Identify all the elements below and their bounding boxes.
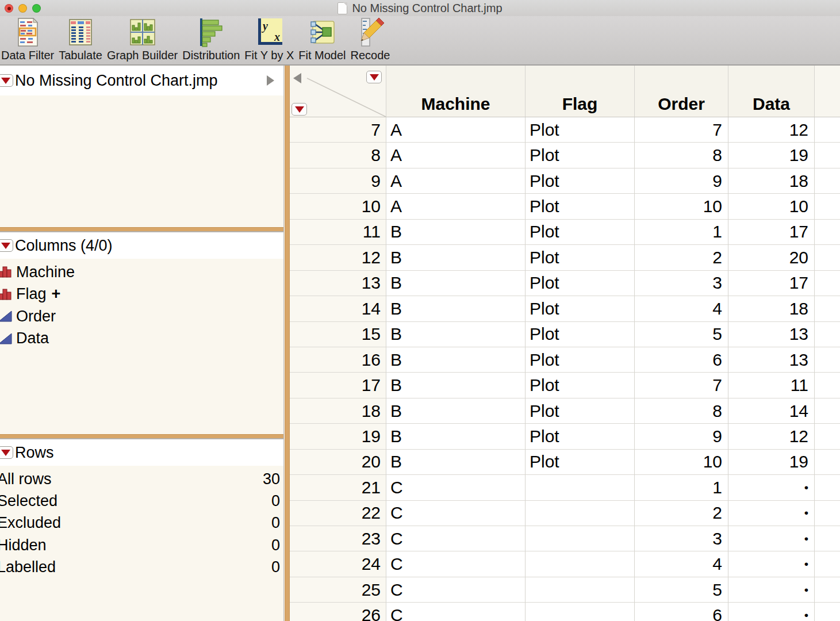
machine-cell[interactable]: B [386, 373, 526, 398]
row-number-cell[interactable]: 17 [290, 373, 386, 398]
order-cell[interactable]: 8 [635, 143, 728, 168]
machine-cell[interactable]: A [386, 194, 526, 219]
order-cell[interactable]: 3 [635, 271, 728, 296]
data-cell[interactable]: • [728, 551, 815, 577]
data-cell[interactable]: • [728, 603, 815, 621]
flag-cell[interactable]: Plot [526, 373, 635, 398]
flag-cell[interactable]: Plot [526, 271, 635, 296]
row-number-cell[interactable]: 10 [290, 194, 386, 219]
machine-cell[interactable]: C [386, 526, 526, 551]
column-item-data[interactable]: Data [0, 328, 283, 350]
order-cell[interactable]: 9 [635, 424, 728, 449]
data-cell[interactable]: 17 [728, 271, 815, 296]
data-filter-button[interactable]: Data Filter [1, 16, 54, 62]
machine-cell[interactable]: B [386, 322, 526, 347]
stat-selected[interactable]: Selected 0 [0, 490, 283, 512]
row-number-cell[interactable]: 8 [290, 143, 386, 168]
flag-cell[interactable]: Plot [526, 168, 635, 194]
order-cell[interactable]: 4 [635, 551, 728, 577]
machine-cell[interactable]: B [386, 424, 526, 449]
flag-cell[interactable] [526, 501, 635, 526]
machine-cell[interactable]: B [386, 296, 526, 321]
data-cell[interactable]: 18 [728, 168, 815, 194]
flag-cell[interactable]: Plot [526, 347, 635, 373]
order-cell[interactable]: 1 [635, 475, 728, 500]
fit-y-by-x-button[interactable]: y x Fit Y by X [244, 16, 294, 62]
order-cell[interactable]: 5 [635, 577, 728, 603]
machine-cell[interactable]: A [386, 143, 526, 168]
machine-cell[interactable]: B [386, 220, 526, 245]
panel-splitter[interactable] [0, 227, 283, 232]
data-cell[interactable]: 12 [728, 117, 815, 143]
flag-cell[interactable] [526, 526, 635, 551]
rows-menu-button[interactable] [291, 103, 307, 116]
row-number-cell[interactable]: 11 [290, 220, 386, 245]
row-number-cell[interactable]: 9 [290, 168, 386, 194]
flag-cell[interactable]: Plot [526, 245, 635, 270]
row-number-cell[interactable]: 26 [290, 603, 386, 621]
data-cell[interactable]: 18 [728, 296, 815, 321]
machine-cell[interactable]: A [386, 117, 526, 143]
order-cell[interactable]: 10 [635, 450, 728, 475]
row-number-cell[interactable]: 24 [290, 551, 386, 577]
row-number-cell[interactable]: 19 [290, 424, 386, 449]
flag-cell[interactable]: Plot [526, 117, 635, 143]
stat-hidden[interactable]: Hidden 0 [0, 534, 283, 556]
machine-cell[interactable]: C [386, 577, 526, 603]
stat-all-rows[interactable]: All rows 30 [0, 468, 283, 490]
machine-cell[interactable]: B [386, 398, 526, 424]
order-cell[interactable]: 7 [635, 373, 728, 398]
order-cell[interactable]: 3 [635, 526, 728, 551]
order-cell[interactable]: 9 [635, 168, 728, 194]
order-cell[interactable]: 8 [635, 398, 728, 424]
flag-cell[interactable] [526, 577, 635, 603]
machine-cell[interactable]: C [386, 475, 526, 500]
data-cell[interactable]: 17 [728, 220, 815, 245]
distribution-button[interactable]: Distribution [182, 16, 240, 62]
machine-cell[interactable]: C [386, 551, 526, 577]
data-cell[interactable]: • [728, 501, 815, 526]
data-cell[interactable]: 13 [728, 322, 815, 347]
column-item-machine[interactable]: Machine [0, 261, 283, 283]
row-number-cell[interactable]: 15 [290, 322, 386, 347]
row-number-cell[interactable]: 23 [290, 526, 386, 551]
column-item-flag[interactable]: Flag + [0, 283, 283, 306]
column-header-order[interactable]: Order [635, 66, 728, 117]
order-cell[interactable]: 7 [635, 117, 728, 143]
machine-cell[interactable]: C [386, 603, 526, 621]
machine-cell[interactable]: B [386, 450, 526, 475]
machine-cell[interactable]: B [386, 347, 526, 373]
column-header-flag[interactable]: Flag [526, 66, 635, 117]
row-number-cell[interactable]: 13 [290, 271, 386, 296]
rows-panel-menu-button[interactable] [0, 446, 13, 459]
fit-model-button[interactable]: Fit Model [298, 16, 346, 62]
data-cell[interactable]: 11 [728, 373, 815, 398]
row-number-cell[interactable]: 7 [290, 117, 386, 143]
flag-cell[interactable]: Plot [526, 450, 635, 475]
tabulate-button[interactable]: Tabulate [59, 16, 102, 62]
order-cell[interactable]: 4 [635, 296, 728, 321]
sidebar-splitter[interactable] [285, 66, 290, 621]
table-panel-menu-button[interactable] [0, 74, 13, 87]
panel-splitter[interactable] [0, 434, 283, 439]
order-cell[interactable]: 2 [635, 501, 728, 526]
machine-cell[interactable]: A [386, 168, 526, 194]
order-cell[interactable]: 6 [635, 347, 728, 373]
data-cell[interactable]: 10 [728, 194, 815, 219]
machine-cell[interactable]: C [386, 501, 526, 526]
data-cell[interactable]: 13 [728, 347, 815, 373]
row-number-cell[interactable]: 22 [290, 501, 386, 526]
data-cell[interactable]: 14 [728, 398, 815, 424]
row-number-cell[interactable]: 18 [290, 398, 386, 424]
flag-cell[interactable]: Plot [526, 143, 635, 168]
row-number-cell[interactable]: 12 [290, 245, 386, 270]
row-number-cell[interactable]: 14 [290, 296, 386, 321]
column-item-order[interactable]: Order [0, 305, 283, 328]
data-cell[interactable]: • [728, 577, 815, 603]
flag-cell[interactable]: Plot [526, 194, 635, 219]
data-cell[interactable]: • [728, 475, 815, 500]
order-cell[interactable]: 2 [635, 245, 728, 270]
order-cell[interactable]: 5 [635, 322, 728, 347]
data-cell[interactable]: 12 [728, 424, 815, 449]
row-number-cell[interactable]: 25 [290, 577, 386, 603]
